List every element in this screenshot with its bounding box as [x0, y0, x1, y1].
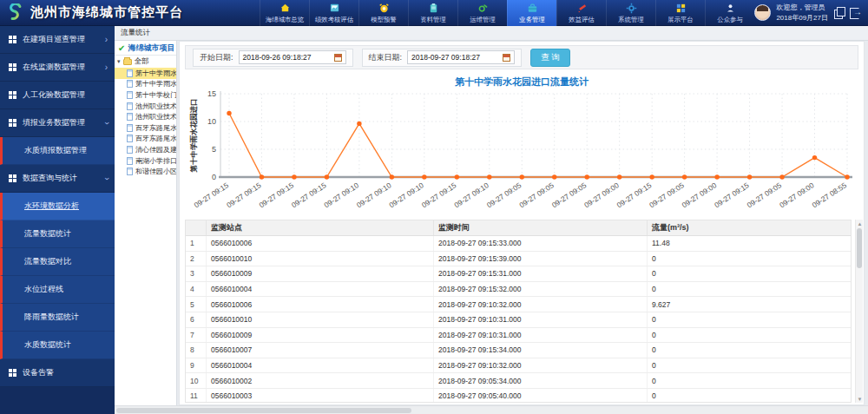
end-date-input[interactable]: 2018-09-27 09:18:27: [407, 50, 515, 64]
sidebar-item-manual-test-data[interactable]: 人工化验数据管理: [0, 82, 115, 109]
scrollbar-thumb[interactable]: [116, 408, 411, 413]
table-row: 305660100092018-09-27 09:15:31.0000: [186, 266, 851, 282]
station-cell: 0566010003: [207, 389, 434, 403]
document-icon[interactable]: [833, 7, 845, 18]
time-cell: 2018-09-27 09:10:32.000: [434, 297, 648, 312]
svg-text:09-27 09:05: 09-27 09:05: [517, 181, 556, 209]
nav-item-document-mgmt[interactable]: 资料管理: [408, 0, 457, 26]
table-row: 1005660100022018-09-27 09:05:34.0000: [186, 373, 851, 389]
time-cell: 2018-09-27 09:10:31.000: [434, 312, 648, 327]
sidebar-item-water-quality-stats[interactable]: 水质数据统计: [0, 332, 115, 359]
table-header-row: 监测站点监测时间流量(m³/s): [186, 220, 851, 236]
row-index: 3: [186, 266, 207, 281]
svg-text:09-27 09:00: 09-27 09:00: [582, 181, 621, 209]
top-header: 池州市海绵城市管控平台 海绵城市总览绩效考核评估模型预警资料管理运维管理业务管理…: [0, 0, 868, 26]
flow-cell: 0: [648, 328, 851, 343]
time-cell: 2018-09-27 09:15:39.000: [434, 252, 648, 266]
left-sidebar: 在建项目巡查管理›在线监测数据管理›人工化验数据管理填报业务数据管理›水质填报数…: [0, 26, 115, 414]
row-index: 4: [186, 282, 207, 297]
tree-item-station-7[interactable]: 百牙东路尾水湿: [115, 134, 176, 145]
chevron-down-icon: ›: [102, 122, 110, 124]
sidebar-item-water-level-curve[interactable]: 水位过程线: [0, 276, 115, 304]
sidebar-item-project-inspection[interactable]: 在建项目巡查管理›: [0, 26, 115, 54]
app-logo: 池州市海绵城市管控平台: [0, 0, 260, 25]
sidebar-item-flow-compare[interactable]: 流量数据对比: [0, 248, 115, 276]
file-icon: [127, 69, 133, 77]
svg-text:第十中学雨水花园进口: 第十中学雨水花园进口: [189, 99, 198, 174]
sidebar-item-report-business-data[interactable]: 填报业务数据管理›: [0, 109, 115, 137]
horizontal-scrollbar[interactable]: [115, 405, 868, 414]
flow-line-chart: 05101509-27 09:1509-27 09:1509-27 09:150…: [184, 89, 859, 222]
calendar-icon[interactable]: [334, 54, 342, 62]
tree-item-station-6[interactable]: 百牙东路尾水湿: [115, 122, 176, 134]
nav-item-model-alert[interactable]: 模型预警: [358, 0, 408, 26]
report-icon: [329, 3, 340, 15]
scroll-up-icon[interactable]: ▲: [856, 220, 864, 227]
nav-item-business-mgmt[interactable]: 业务管理: [507, 0, 556, 26]
tree-item-station-10[interactable]: 和谐佳园小区门: [115, 166, 176, 177]
svg-text:09-27 09:15: 09-27 09:15: [420, 181, 458, 209]
tab-flow-statistics[interactable]: 流量统计: [115, 26, 868, 41]
svg-text:09-27 09:10: 09-27 09:10: [355, 181, 393, 209]
search-button[interactable]: 查 询: [530, 49, 570, 67]
file-icon: [127, 113, 133, 121]
logout-icon[interactable]: [850, 7, 861, 18]
welcome-text: 欢迎您，管理员: [776, 3, 828, 12]
scrollbar-thumb[interactable]: [857, 228, 862, 268]
svg-text:09-27 09:05: 09-27 09:05: [485, 181, 523, 209]
tree-item-station-4[interactable]: 池州职业技术下: [115, 101, 176, 112]
nav-item-benefit-eval[interactable]: 效益评估: [556, 0, 606, 26]
row-index: 10: [186, 373, 207, 388]
nav-item-system-mgmt[interactable]: 系统管理: [606, 0, 655, 26]
nav-item-public-participation[interactable]: 公众参与: [705, 0, 754, 26]
pencil-icon: [576, 3, 588, 15]
table-vertical-scrollbar[interactable]: ▲ ▼: [855, 220, 863, 403]
sidebar-item-device-alarm[interactable]: 设备告警: [0, 359, 115, 387]
tree-panel: ✔ 海绵城市项目 ▾ 全部 第十中学雨水花第十中学雨水花第十中学校门口池州职业技…: [115, 41, 177, 405]
nav-item-performance-eval[interactable]: 绩效考核评估: [309, 0, 358, 26]
nav-item-display-platform[interactable]: 展示平台: [655, 0, 705, 26]
tree-item-station-8[interactable]: 清心佳园及建国: [115, 144, 176, 155]
svg-text:09-27 08:55: 09-27 08:55: [811, 181, 849, 209]
nav-item-overview[interactable]: 海绵城市总览: [260, 0, 309, 26]
file-icon: [127, 124, 133, 132]
row-index: 6: [186, 312, 207, 327]
time-cell: 2018-09-27 09:15:33.000: [434, 236, 648, 251]
header-user-area: 欢迎您，管理员 2018年09月27日: [754, 0, 868, 25]
tree-item-station-5[interactable]: 池州职业技术下: [115, 111, 176, 122]
start-date-input[interactable]: 2018-09-26 09:18:27: [239, 50, 346, 64]
sidebar-item-flow-stats[interactable]: 流量数据统计: [0, 220, 115, 248]
svg-text:0: 0: [212, 173, 216, 181]
calendar-icon[interactable]: [503, 54, 510, 62]
sidebar-item-rainfall-stats[interactable]: 降雨量数据统计: [0, 304, 115, 332]
table-row: 405660100042018-09-27 09:15:32.0000: [186, 282, 851, 298]
nav-item-operation-mgmt[interactable]: 运维管理: [457, 0, 507, 26]
table-row: 705660100092018-09-27 09:10:31.0000: [186, 328, 851, 344]
scroll-down-icon[interactable]: ▼: [856, 395, 864, 403]
sidebar-item-data-query-stats[interactable]: 数据查询与统计›: [0, 165, 115, 193]
sidebar-item-water-quality-report[interactable]: 水质填报数据管理: [0, 137, 115, 165]
sidebar-item-water-env-analysis[interactable]: 水环境数据分析: [0, 193, 115, 220]
expander-icon: ▾: [117, 58, 121, 65]
filter-toolbar: 开始日期: 2018-09-26 09:18:27 结束日期: 2018-09-…: [185, 45, 858, 69]
tree-item-station-1[interactable]: 第十中学雨水花: [115, 68, 176, 79]
grid-bullet-icon: [9, 369, 16, 377]
file-icon: [127, 102, 133, 110]
flow-data-table: 监测站点监测时间流量(m³/s) 105660100062018-09-27 0…: [185, 220, 852, 403]
row-index: 7: [186, 328, 207, 343]
tree-root-all[interactable]: ▾ 全部: [115, 56, 176, 68]
svg-text:09-27 09:15: 09-27 09:15: [713, 181, 751, 209]
svg-text:09-27 09:15: 09-27 09:15: [290, 181, 328, 209]
tree-item-station-3[interactable]: 第十中学校门口: [115, 89, 176, 101]
flow-cell: 0: [648, 266, 851, 281]
flow-cell: 11.48: [648, 236, 851, 251]
tree-item-station-9[interactable]: 南湖小学排口: [115, 155, 176, 167]
chevron-right-icon: ›: [105, 36, 108, 44]
col-time: 监测时间: [434, 220, 648, 235]
flow-cell: 0: [648, 389, 851, 403]
row-index: 9: [186, 358, 207, 373]
tree-item-station-2[interactable]: 第十中学雨水花: [115, 79, 176, 90]
start-date-group: 开始日期: 2018-09-26 09:18:27: [193, 49, 353, 67]
sidebar-item-online-monitoring[interactable]: 在线监测数据管理›: [0, 54, 115, 82]
time-cell: 2018-09-27 09:15:31.000: [434, 266, 648, 281]
